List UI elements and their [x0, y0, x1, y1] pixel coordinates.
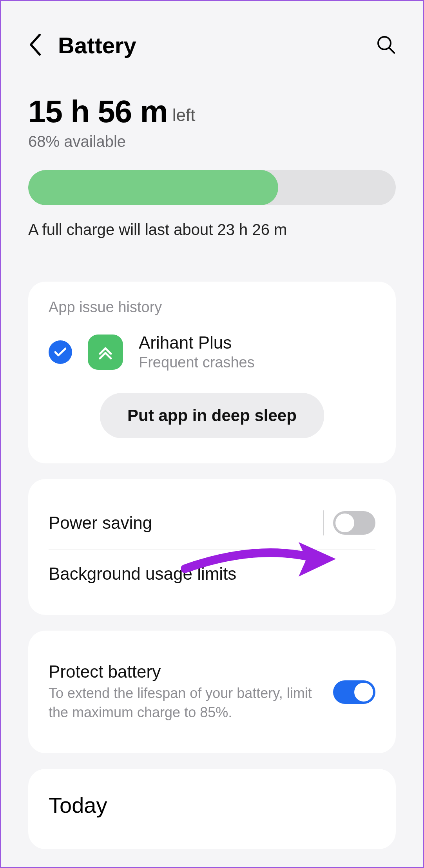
page-title: Battery — [58, 32, 136, 58]
search-icon[interactable] — [376, 35, 396, 56]
protect-battery-label: Protect battery — [49, 662, 321, 682]
vertical-divider — [323, 510, 324, 535]
today-card: Today — [28, 769, 396, 849]
deep-sleep-button[interactable]: Put app in deep sleep — [100, 393, 324, 438]
svg-line-1 — [389, 48, 394, 53]
battery-bar-fill — [28, 170, 278, 205]
background-limits-row[interactable]: Background usage limits — [49, 550, 375, 598]
app-issue-row[interactable]: Arihant Plus Frequent crashes — [49, 333, 375, 371]
time-remaining-suffix: left — [172, 105, 196, 130]
power-settings-card: Power saving Background usage limits — [28, 479, 396, 615]
app-issue-section-title: App issue history — [49, 299, 375, 316]
battery-summary: 15 h 56 m left 68% available A full char… — [28, 82, 396, 258]
background-limits-label: Background usage limits — [49, 564, 236, 584]
check-icon — [49, 340, 72, 364]
full-charge-estimate: A full charge will last about 23 h 26 m — [28, 221, 396, 239]
today-title: Today — [49, 792, 375, 818]
app-name: Arihant Plus — [139, 333, 255, 353]
battery-bar[interactable] — [28, 170, 396, 205]
protect-battery-toggle[interactable] — [333, 680, 375, 704]
app-icon — [88, 335, 123, 370]
percent-available: 68% available — [28, 133, 396, 150]
app-issue-card: App issue history Arihant Plus Frequent … — [28, 282, 396, 463]
protect-battery-card: Protect battery To extend the lifespan o… — [28, 631, 396, 753]
protect-battery-description: To extend the lifespan of your battery, … — [49, 684, 321, 722]
protect-battery-row[interactable]: Protect battery To extend the lifespan o… — [49, 648, 375, 736]
time-remaining: 15 h 56 m — [28, 94, 168, 130]
power-saving-toggle[interactable] — [333, 511, 375, 535]
back-icon[interactable] — [28, 34, 42, 57]
power-saving-label: Power saving — [49, 513, 152, 533]
header: Battery — [28, 24, 396, 82]
power-saving-row[interactable]: Power saving — [49, 496, 375, 550]
app-issue-reason: Frequent crashes — [139, 354, 255, 371]
